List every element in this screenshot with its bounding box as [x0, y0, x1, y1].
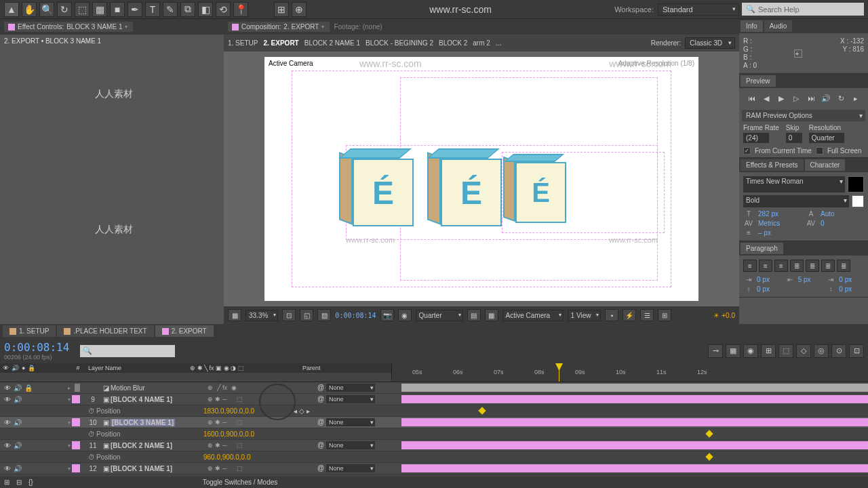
- draft-3d-icon[interactable]: ◎: [814, 344, 829, 358]
- next-kf-icon[interactable]: ▸: [307, 407, 310, 415]
- kerning-value[interactable]: Metrics: [758, 220, 802, 227]
- visibility-toggle[interactable]: 👁: [3, 442, 12, 449]
- dropdown-icon[interactable]: ▾: [125, 24, 127, 30]
- position-value[interactable]: 1600.0,900.0,0.0: [203, 430, 254, 438]
- add-kf-icon[interactable]: ◇: [299, 407, 304, 415]
- timeline-timecode[interactable]: 0:00:08:14: [4, 341, 69, 354]
- rotate-tool[interactable]: ↻: [57, 2, 72, 17]
- align-center-icon[interactable]: ≡: [759, 260, 772, 272]
- indent-right-value[interactable]: 0 px: [839, 276, 864, 283]
- crumb-more[interactable]: ...: [496, 39, 501, 47]
- character-tab[interactable]: Character: [805, 159, 846, 171]
- roto-tool[interactable]: ⟲: [216, 2, 231, 17]
- timeline-search[interactable]: 🔍: [80, 345, 175, 357]
- timeline-ruler[interactable]: 05s 06s 07s 08s 09s 10s 11s 12s: [392, 363, 868, 382]
- layer-row-block2[interactable]: 👁🔊 ▾ 11 ▣[BLOCK 2 NAME 1] ⊕✱─⬚ @ None: [0, 440, 868, 451]
- first-frame-icon[interactable]: ⏮: [745, 92, 757, 104]
- crumb-setup[interactable]: 1. SETUP: [228, 39, 258, 47]
- pixel-aspect-icon[interactable]: ▪: [605, 309, 618, 321]
- puppet-tool[interactable]: 📍: [233, 2, 248, 17]
- ram-preview-icon[interactable]: ▸: [850, 92, 862, 104]
- audio-icon[interactable]: 🔊: [820, 92, 832, 104]
- from-current-checkbox[interactable]: ✓: [743, 147, 751, 155]
- skip-input[interactable]: 0: [786, 133, 802, 143]
- pen-tool[interactable]: ✒: [127, 2, 142, 17]
- toggle-icon-1[interactable]: ⊞: [4, 479, 9, 486]
- justify-last-left-icon[interactable]: ≣: [790, 260, 804, 272]
- pickwhip-icon[interactable]: @: [317, 384, 324, 391]
- pickwhip-icon[interactable]: @: [317, 441, 324, 449]
- axis-local-icon[interactable]: ⊞: [274, 2, 289, 17]
- keyframe[interactable]: [705, 430, 713, 437]
- twirl-icon[interactable]: ▾: [68, 396, 71, 403]
- position-value[interactable]: 1830.0,900.0,0.0: [203, 407, 254, 415]
- timeline-icon[interactable]: ☰: [640, 309, 654, 321]
- fast-preview-icon[interactable]: ⚡: [623, 309, 636, 321]
- viewer-timecode[interactable]: 0:00:08:14: [335, 312, 376, 319]
- brush-tool[interactable]: ✎: [163, 2, 178, 17]
- rect-tool[interactable]: ■: [110, 2, 125, 17]
- prev-frame-icon[interactable]: ◀: [760, 92, 772, 104]
- grid-icon[interactable]: ▦: [228, 309, 241, 321]
- edit-target-icon[interactable]: ⊡: [282, 309, 296, 321]
- stroke-swatch[interactable]: [852, 195, 864, 207]
- next-frame-icon[interactable]: ▷: [790, 92, 802, 104]
- lock-col-icon[interactable]: 🔒: [28, 365, 35, 371]
- exposure-value[interactable]: ☀ +0.0: [713, 312, 735, 319]
- text-tool[interactable]: T: [145, 2, 160, 17]
- font-size-value[interactable]: 282 px: [758, 210, 802, 218]
- axis-world-icon[interactable]: ⊕: [292, 2, 307, 17]
- prev-kf-icon[interactable]: ◂: [294, 407, 297, 415]
- clone-tool[interactable]: ⧉: [180, 2, 195, 17]
- auto-keyframe-icon[interactable]: ◇: [796, 344, 811, 358]
- space-after-value[interactable]: 0 px: [839, 285, 864, 293]
- layer-color[interactable]: [72, 395, 80, 403]
- composition-tab[interactable]: Composition: 2. EXPORT ▾: [228, 22, 330, 32]
- justify-last-center-icon[interactable]: ≣: [806, 260, 819, 272]
- enable-3d-icon[interactable]: ⊙: [831, 344, 846, 358]
- guides-icon[interactable]: ▦: [485, 309, 498, 321]
- ram-preview-dropdown[interactable]: RAM Preview Options: [742, 110, 865, 121]
- space-before-value[interactable]: 0 px: [757, 285, 782, 293]
- crumb-arm2[interactable]: arm 2: [473, 39, 490, 47]
- layer-row-block3[interactable]: 👁🔊 ▾ 10 ▣[BLOCK 3 NAME 1] ⊕✱─⬚ @ None: [0, 417, 868, 428]
- leading-value[interactable]: Auto: [821, 210, 864, 218]
- parent-dropdown[interactable]: None: [326, 441, 375, 449]
- renderer-dropdown[interactable]: Classic 3D: [685, 37, 735, 49]
- selection-tool[interactable]: ▲: [4, 2, 19, 17]
- crumb-export[interactable]: 2. EXPORT: [263, 39, 298, 47]
- quality-dropdown[interactable]: Quarter: [416, 310, 463, 321]
- parent-dropdown[interactable]: None: [326, 418, 375, 426]
- keyframe[interactable]: [478, 407, 486, 414]
- property-row-position-3[interactable]: ⏱ Position 1600.0,900.0,0.0: [0, 428, 868, 440]
- crumb-block2name[interactable]: BLOCK 2 NAME 1: [304, 39, 360, 47]
- loop-icon[interactable]: ↻: [835, 92, 847, 104]
- layer-row-motion-blur[interactable]: 👁🔊🔒 ▸ ◪Motion Blur ⊕╱fx◉ @ None: [0, 382, 868, 394]
- visibility-toggle[interactable]: 👁: [3, 465, 12, 472]
- eraser-tool[interactable]: ◧: [198, 2, 213, 17]
- crumb-block2[interactable]: BLOCK 2: [439, 39, 467, 47]
- zoom-tool[interactable]: 🔍: [39, 2, 54, 17]
- layer-color[interactable]: [72, 418, 80, 426]
- crumb-begining[interactable]: BLOCK - BEGINING 2: [366, 39, 433, 47]
- timeline-tab-export[interactable]: 2. EXPORT: [155, 325, 214, 337]
- twirl-icon[interactable]: ▾: [68, 443, 71, 449]
- snapshot-icon[interactable]: 📷: [380, 309, 394, 321]
- layer-color[interactable]: [72, 464, 80, 472]
- justify-all-icon[interactable]: ≣: [837, 260, 850, 272]
- timeline-tab-setup[interactable]: 1. SETUP: [3, 325, 56, 337]
- font-style-dropdown[interactable]: Bold: [743, 195, 849, 207]
- timeline-tab-placeholder[interactable]: .PLACE HOLDER TEXT: [57, 325, 153, 337]
- camera-tool[interactable]: ⬚: [75, 2, 90, 17]
- paragraph-tab[interactable]: Paragraph: [741, 243, 783, 254]
- composition-viewer[interactable]: Active Camera Adaptive Resolution (1/8) …: [224, 52, 739, 306]
- twirl-icon[interactable]: ▸: [68, 385, 71, 391]
- info-tab[interactable]: Info: [741, 20, 763, 32]
- indent-left-value[interactable]: 0 px: [757, 276, 782, 283]
- layer-row-block4[interactable]: 👁🔊 ▾ 9 ▣[BLOCK 4 NAME 1] ⊕✱─⬚ @ None: [0, 394, 868, 405]
- roi-icon[interactable]: ◱: [300, 309, 313, 321]
- last-frame-icon[interactable]: ⏭: [805, 92, 817, 104]
- stopwatch-icon[interactable]: ⏱: [88, 407, 95, 415]
- pickwhip-icon[interactable]: @: [317, 464, 324, 472]
- fill-swatch[interactable]: [848, 176, 864, 192]
